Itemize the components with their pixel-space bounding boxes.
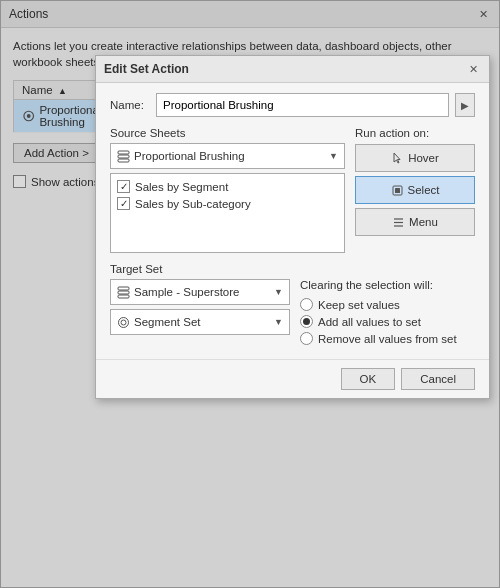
select-button-label: Select [408,184,440,196]
svg-rect-12 [118,295,129,298]
svg-point-14 [121,320,126,325]
target-set-dropdown[interactable]: Segment Set ▼ [110,309,290,335]
menu-icon [392,216,405,229]
name-input[interactable] [156,93,449,117]
radio-keep[interactable]: Keep set values [300,296,475,313]
radio-keep-circle[interactable] [300,298,313,311]
modal-body: Name: ▶ Source Sheets Proportional Brush… [96,83,489,359]
target-two-col: Sample - Superstore ▼ Segment Set ▼ [110,279,475,347]
hover-button[interactable]: Hover [355,144,475,172]
source-dropdown-text: Proportional Brushing [134,150,245,162]
sheet-checkbox-0[interactable] [117,180,130,193]
radio-add-label: Add all values to set [318,316,421,328]
modal-title: Edit Set Action [104,62,189,76]
target-datasource-text: Sample - Superstore [134,286,239,298]
svg-rect-10 [118,287,129,290]
hover-icon [391,152,404,165]
modal-footer: OK Cancel [96,359,489,398]
left-column: Source Sheets Proportional Brushing ▼ [110,127,345,253]
modal-close-button[interactable]: ✕ [465,61,481,77]
target-db-icon [117,286,130,299]
run-action-label: Run action on: [355,127,475,139]
name-label: Name: [110,99,150,111]
ok-button[interactable]: OK [341,368,396,390]
menu-button[interactable]: Menu [355,208,475,236]
radio-remove-label: Remove all values from set [318,333,457,345]
sheet-item-1[interactable]: Sales by Sub-category [117,195,338,212]
svg-rect-4 [118,159,129,162]
edit-set-action-modal: Edit Set Action ✕ Name: ▶ Source Sheets [95,55,490,399]
sheet-checkbox-1[interactable] [117,197,130,210]
hover-button-label: Hover [408,152,439,164]
target-set-icon [117,316,130,329]
radio-add[interactable]: Add all values to set [300,313,475,330]
modal-titlebar: Edit Set Action ✕ [96,56,489,83]
right-column: Run action on: Hover Select [355,127,475,253]
sheet-list: Sales by Segment Sales by Sub-category [110,173,345,253]
select-button[interactable]: Select [355,176,475,204]
radio-remove[interactable]: Remove all values from set [300,330,475,347]
two-col-layout: Source Sheets Proportional Brushing ▼ [110,127,475,253]
source-dropdown[interactable]: Proportional Brushing ▼ [110,143,345,169]
target-right-col: Clearing the selection will: Keep set va… [300,279,475,347]
sheet-item-0[interactable]: Sales by Segment [117,178,338,195]
name-arrow-button[interactable]: ▶ [455,93,475,117]
sheet-label-1: Sales by Sub-category [135,198,251,210]
target-datasource-arrow-icon: ▼ [274,287,283,297]
sheet-label-0: Sales by Segment [135,181,228,193]
svg-rect-11 [118,291,129,294]
radio-keep-label: Keep set values [318,299,400,311]
name-field-row: Name: ▶ [110,93,475,117]
source-dropdown-arrow-icon: ▼ [329,151,338,161]
target-set-arrow-icon: ▼ [274,317,283,327]
radio-remove-circle[interactable] [300,332,313,345]
select-icon [391,184,404,197]
target-set-text: Segment Set [134,316,200,328]
cancel-button[interactable]: Cancel [401,368,475,390]
svg-rect-2 [118,151,129,154]
target-set-label: Target Set [110,263,475,275]
db-icon [117,150,130,163]
menu-button-label: Menu [409,216,438,228]
svg-rect-6 [395,188,400,193]
source-sheets-label: Source Sheets [110,127,345,139]
target-set-section: Target Set Sample - Superstore ▼ [110,263,475,347]
radio-add-circle[interactable] [300,315,313,328]
svg-rect-3 [118,155,129,158]
target-datasource-dropdown[interactable]: Sample - Superstore ▼ [110,279,290,305]
svg-point-13 [119,317,129,327]
target-left-col: Sample - Superstore ▼ Segment Set ▼ [110,279,290,347]
clearing-label: Clearing the selection will: [300,279,475,291]
